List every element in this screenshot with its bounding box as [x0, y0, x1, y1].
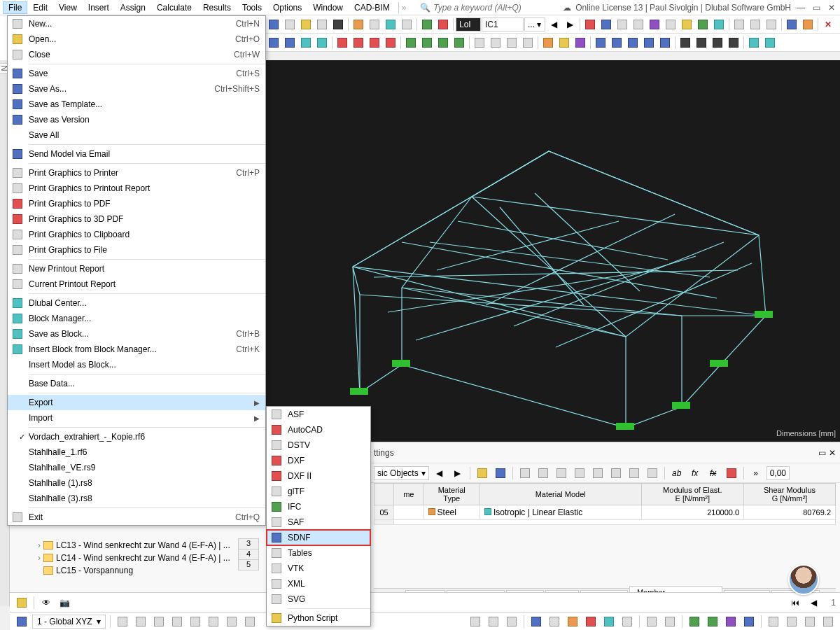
menu-calculate[interactable]: Calculate	[151, 1, 197, 14]
comment-icon[interactable]	[14, 595, 29, 610]
tb-icon[interactable]	[583, 614, 598, 629]
tb-icon[interactable]	[724, 465, 739, 481]
tb-icon[interactable]	[726, 35, 741, 50]
tb-icon[interactable]	[556, 35, 572, 50]
tb-icon[interactable]	[169, 614, 185, 629]
tb-icon[interactable]	[590, 465, 606, 481]
menu-item-print-graphics-to-printout-report[interactable]: Print Graphics to Printout Report	[8, 181, 265, 196]
menu-item-print-graphics-to-3d-pdf[interactable]: Print Graphics to 3D PDF	[8, 211, 265, 227]
tb-icon[interactable]	[657, 35, 673, 50]
tb-icon[interactable]	[762, 35, 778, 50]
export-item-gltf[interactable]: glTF	[267, 484, 370, 499]
assistant-avatar[interactable]	[788, 564, 819, 595]
menu-item-stahlhalle-ve-rs9[interactable]: Stahlhalle_VE.rs9	[8, 460, 265, 475]
export-item-asf[interactable]: ASF	[267, 407, 370, 422]
tb-icon[interactable]	[710, 35, 725, 50]
col-G[interactable]: Shear Modulus G [N/mm²]	[744, 484, 836, 505]
tb-icon[interactable]	[732, 17, 747, 32]
tb-icon[interactable]	[351, 35, 366, 50]
menu-item-save-as-template[interactable]: Save as Template...	[8, 97, 265, 112]
menu-item-new-printout-report[interactable]: New Printout Report	[8, 261, 265, 276]
tb-icon[interactable]	[242, 614, 258, 629]
tb-icon[interactable]	[598, 17, 614, 32]
close-panel-icon[interactable]: ✕	[829, 448, 836, 458]
maximize-icon[interactable]: ▭	[818, 448, 826, 458]
nav-first[interactable]: ⏮	[788, 595, 803, 610]
tb-icon[interactable]	[266, 17, 281, 32]
menu-item-open[interactable]: Open...Ctrl+O	[8, 31, 265, 47]
tb-icon[interactable]	[504, 614, 519, 629]
menu-cadbim[interactable]: CAD-BIM	[349, 1, 396, 14]
tb-icon[interactable]	[746, 35, 762, 50]
tb-icon[interactable]	[282, 35, 298, 50]
export-item-vtk[interactable]: VTK	[267, 561, 370, 576]
tb-icon[interactable]	[601, 614, 617, 629]
tb-icon[interactable]	[335, 35, 350, 50]
navigator-tree[interactable]: ›LC13 - Wind senkrecht zur Wand 4 (E-F-A…	[10, 539, 234, 577]
tb-prev[interactable]: ◀	[432, 465, 447, 481]
menu-item-send-model-via-email[interactable]: Send Model via Email	[8, 146, 265, 162]
camera-icon[interactable]: 📷	[57, 595, 72, 610]
tb-icon[interactable]	[644, 614, 659, 629]
tb-icon[interactable]	[330, 17, 346, 32]
tree-node[interactable]: ›LC15 - Vorspannung	[10, 564, 234, 577]
materials-table[interactable]: me Material Type Material Model Modulus …	[374, 483, 836, 525]
menu-item-print-graphics-to-pdf[interactable]: Print Graphics to PDF	[8, 196, 265, 211]
precision-combo[interactable]: 0,00	[766, 466, 790, 480]
tb-icon[interactable]	[547, 614, 562, 629]
tb-icon[interactable]	[694, 35, 709, 50]
search-input[interactable]	[433, 3, 531, 13]
tb-icon[interactable]	[520, 35, 536, 50]
tb-icon[interactable]	[472, 35, 487, 50]
tb-icon[interactable]	[608, 465, 624, 481]
export-item-dxf-ii[interactable]: DXF II	[267, 468, 370, 484]
tb-icon[interactable]	[663, 17, 678, 32]
tb-icon[interactable]	[383, 17, 398, 32]
tb-icon[interactable]: ab	[669, 465, 685, 481]
menu-item-save[interactable]: SaveCtrl+S	[8, 66, 265, 81]
tb-icon[interactable]	[573, 35, 588, 50]
tb-icon[interactable]	[565, 614, 580, 629]
menu-item-exit[interactable]: ExitCtrl+Q	[8, 510, 265, 525]
tb-icon[interactable]	[367, 17, 382, 32]
col-type[interactable]: Material Type	[424, 484, 479, 505]
axis-icon[interactable]	[14, 614, 29, 629]
combo-ic1[interactable]: IC1	[482, 18, 524, 31]
menu-item-block-manager[interactable]: Block Manager...	[8, 311, 265, 326]
export-item-python-script[interactable]: Python Script	[267, 610, 370, 626]
menu-item-import[interactable]: Import▶	[8, 410, 265, 426]
tree-node[interactable]: ›LC13 - Wind senkrecht zur Wand 4 (E-F-A…	[10, 539, 234, 552]
menu-item-vordach-extrahiert-kopie-rf6[interactable]: Vordach_extrahiert_-_Kopie.rf6	[8, 429, 265, 444]
tb-icon[interactable]	[631, 17, 646, 32]
tb-icon[interactable]	[802, 614, 818, 629]
menu-results[interactable]: Results	[197, 1, 237, 14]
export-item-svg[interactable]: SVG	[267, 592, 370, 607]
tb-icon[interactable]	[151, 614, 167, 629]
menu-item-insert-block-from-block-manager[interactable]: Insert Block from Block Manager...Ctrl+K	[8, 342, 265, 357]
close-button[interactable]: ✕	[826, 3, 837, 13]
menu-item-insert-model-as-block[interactable]: Insert Model as Block...	[8, 357, 265, 372]
menu-item-print-graphics-to-file[interactable]: Print Graphics to File	[8, 242, 265, 258]
menu-window[interactable]: Window	[307, 1, 349, 14]
tree-node[interactable]: ›LC14 - Wind senkrecht zur Wand 4 (E-F-A…	[10, 552, 234, 564]
tb-icon[interactable]	[383, 35, 398, 50]
menu-item-close[interactable]: CloseCtrl+W	[8, 47, 265, 62]
tb-icon[interactable]	[609, 35, 624, 50]
menu-options[interactable]: Options	[267, 1, 307, 14]
tb-icon[interactable]	[528, 614, 544, 629]
tb-icon[interactable]	[403, 35, 419, 50]
menu-edit[interactable]: Edit	[27, 1, 53, 14]
tb-icon[interactable]	[488, 35, 503, 50]
tb-icon[interactable]	[298, 35, 314, 50]
tb-icon[interactable]	[662, 614, 678, 629]
tb-icon[interactable]	[695, 17, 710, 32]
tb-next[interactable]: ▶	[562, 17, 578, 32]
tb-icon[interactable]	[435, 17, 451, 32]
tb-icon[interactable]	[800, 17, 816, 32]
tb-next[interactable]: ▶	[450, 465, 465, 481]
menu-item-print-graphics-to-printer[interactable]: Print Graphics to PrinterCtrl+P	[8, 165, 265, 181]
menu-file[interactable]: File	[3, 1, 27, 14]
combo-empty[interactable]: ... ▾	[524, 18, 545, 31]
tb-icon[interactable]	[266, 35, 281, 50]
col-name[interactable]: me	[394, 484, 424, 505]
